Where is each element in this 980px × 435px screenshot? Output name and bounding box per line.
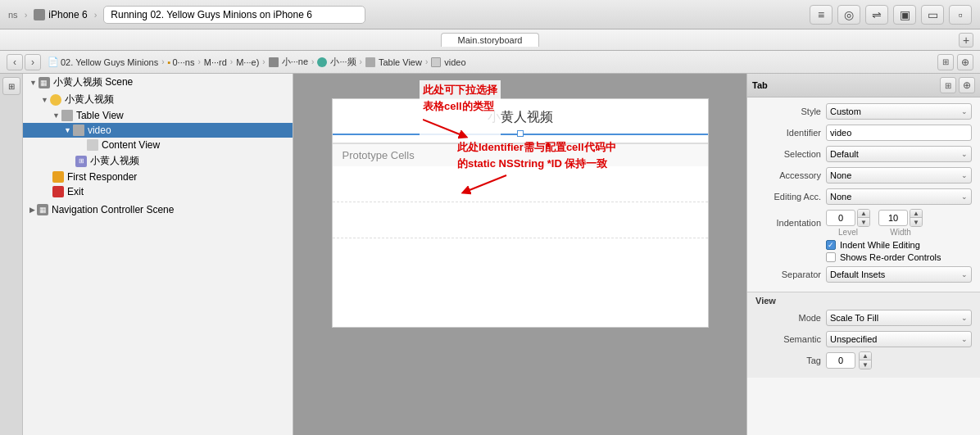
prop-row-editing-acc: Editing Acc. None ⌄ [755,188,972,206]
indentation-label: Indentation [755,218,821,228]
editing-acc-select[interactable]: None ⌄ [826,188,972,205]
identifier-input[interactable] [826,125,972,141]
prop-row-style: Style Custom ⌄ [755,102,972,120]
tree-item-video[interactable]: ▼ video [23,123,293,138]
selection-select[interactable]: Default ⌄ [826,146,972,162]
level-sub-label: Level [838,228,858,237]
inspector-nav-button[interactable]: ⊞ [940,77,956,93]
bc-item-4[interactable]: 小···ne [269,56,308,68]
level-decrement-button[interactable]: ▼ [858,218,869,226]
svg-line-0 [423,120,464,136]
exit-icon [52,186,64,197]
style-value: Custom [830,106,861,116]
tree-item-contentview[interactable]: Content View [23,138,293,152]
breadcrumb-sep: › [25,10,28,20]
grid-view-button[interactable]: ⊞ [2,77,20,95]
tag-decrement-button[interactable]: ▼ [860,360,871,369]
bc-arrow-0: › [161,57,164,66]
expand-icon-tableview: ▼ [52,111,60,120]
width-stepper-row: 10 ▲ ▼ [878,209,923,227]
tag-increment-button[interactable]: ▲ [860,352,871,360]
tab-filename[interactable]: Main.storyboard [441,33,540,47]
level-value-field[interactable]: 0 [826,210,855,226]
tree-item-scene2[interactable]: ▶ ▦ Navigation Controller Scene [23,202,293,217]
level-stepper-buttons: ▲ ▼ [857,209,870,227]
level-increment-button[interactable]: ▲ [858,210,869,218]
expand-icon-xiaohv: ▼ [41,96,48,104]
run-label-input[interactable] [103,6,365,24]
panel-toggle-icon[interactable]: ▣ [893,5,916,25]
semantic-arrow: ⌄ [961,335,968,343]
selection-label: Selection [755,149,821,159]
bc-view-icon-4 [269,57,279,67]
bc-item-6[interactable]: Table View [365,57,422,67]
proto-cell-1 [333,166,708,202]
width-increment-button[interactable]: ▲ [910,210,922,218]
editor-icon2[interactable]: ▫ [949,5,972,25]
width-sub-label: Width [890,228,911,237]
hamburger-icon[interactable]: ≡ [810,5,833,25]
indentation-fields: 0 ▲ ▼ Level 10 ▲ [826,209,923,237]
breadcrumb-back-button[interactable]: ‹ [7,54,23,70]
bc-item-2[interactable]: M···rd [204,57,227,67]
accessory-label: Accessory [755,170,821,180]
inspector-add-button[interactable]: ⊕ [959,77,975,93]
annotation-arrow-1 [423,116,472,140]
bc-item-0[interactable]: 📄 02. Yellow Guys Minions [48,57,158,67]
prop-row-accessory: Accessory None ⌄ [755,166,972,184]
tree-item-tableview[interactable]: ▼ Table View [23,108,293,123]
editor-icon1[interactable]: ▭ [921,5,944,25]
breadcrumb-forward-button[interactable]: › [25,54,41,70]
accessory-value: None [830,170,851,180]
xiaohv2-icon: ⊞ [75,156,87,167]
bc-label-3: M···e) [236,57,259,67]
doc-structure-button[interactable]: ⊞ [937,54,954,70]
bc-label-5: 小···频 [330,56,356,68]
width-value-field[interactable]: 10 [878,210,908,226]
tree-item-scene1[interactable]: ▼ ▦ 小黄人视频 Scene [23,74,293,91]
inspector-icons: ⊞ ⊕ [940,77,975,93]
bc-arrow-1: › [197,57,200,66]
shows-reorder-checkbox[interactable] [826,252,836,262]
right-inspector-panel: Tab ⊞ ⊕ Style Custom ⌄ Identifier [746,74,980,435]
tree-item-xiaohv[interactable]: ▼ 小黄人视频 [23,91,293,108]
bc-item-7[interactable]: video [431,57,465,67]
file-tree-panel: ▼ ▦ 小黄人视频 Scene ▼ 小黄人视频 ▼ Table View ▼ v… [23,74,293,435]
style-label: Style [755,106,821,116]
tag-value-field[interactable]: 0 [826,352,855,369]
scene-icon-2: ▦ [37,204,48,215]
shows-reorder-label: Shows Re-order Controls [840,252,941,262]
bc-item-5[interactable]: 小···频 [317,56,356,68]
refresh-icon[interactable]: ◎ [837,5,860,25]
accessory-arrow: ⌄ [961,171,968,179]
proto-cell-2 [333,202,708,238]
bc-item-1[interactable]: ▪ 0···ns [168,57,195,67]
indent-while-editing-checkbox[interactable] [826,240,836,250]
add-object-button[interactable]: ⊕ [957,54,973,70]
add-tab-button[interactable]: + [959,33,973,48]
style-select[interactable]: Custom ⌄ [826,103,972,120]
separator-select[interactable]: Default Insets ⌄ [826,266,972,283]
bc-item-3[interactable]: M···e) [236,57,259,67]
semantic-select[interactable]: Unspecified ⌄ [826,331,972,347]
width-decrement-button[interactable]: ▼ [910,218,922,226]
style-select-arrow: ⌄ [961,107,968,116]
breadcrumb-nav-arrows: ‹ › [7,54,41,70]
tag-label: Tag [755,356,821,365]
prop-row-selection: Selection Default ⌄ [755,145,972,163]
accessory-select[interactable]: None ⌄ [826,167,972,184]
separator-label: Separator [755,270,821,279]
width-stepper-buttons: ▲ ▼ [910,209,923,227]
semantic-label: Semantic [755,334,821,344]
tree-item-exit[interactable]: Exit [23,184,293,199]
bc-label-7: video [444,57,465,67]
expand-icon-video: ▼ [64,126,71,134]
bc-folder-icon: ▪ [168,57,171,67]
level-stepper-row: 0 ▲ ▼ [826,209,870,227]
back-forward-icon[interactable]: ⇌ [865,5,888,25]
tree-item-firstresponder[interactable]: First Responder [23,170,293,184]
mode-select[interactable]: Scale To Fill ⌄ [826,310,972,326]
tree-item-xiaohv2[interactable]: ⊞ 小黄人视频 [23,152,293,170]
breadcrumb-ns: ns [8,10,18,20]
tree-label-scene1: 小黄人视频 Scene [53,75,133,89]
